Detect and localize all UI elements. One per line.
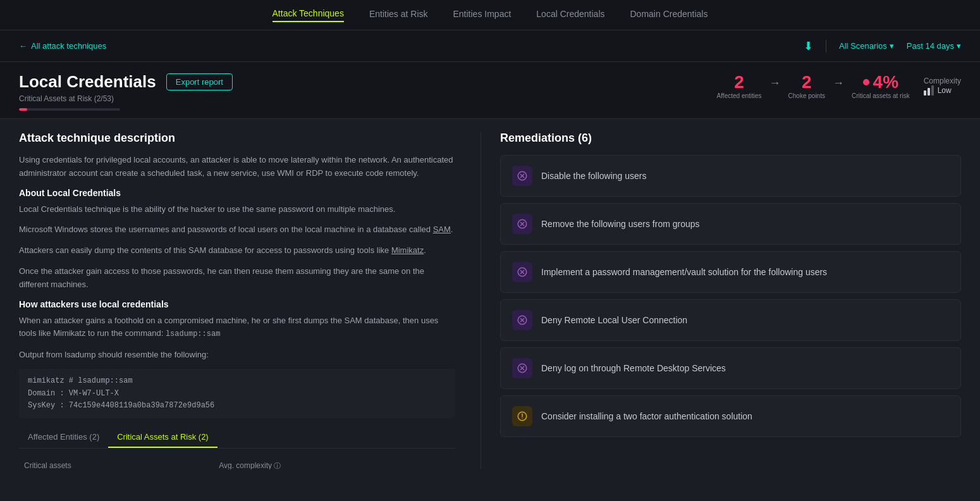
- progress-bar-fill: [19, 108, 27, 111]
- critical-pct-row: 4%: [863, 72, 898, 92]
- code-content: mimikatz # lsadump::sam Domain : VM-W7-U…: [28, 375, 446, 412]
- disable-users-icon: [517, 170, 528, 182]
- code-block: mimikatz # lsadump::sam Domain : VM-W7-U…: [19, 369, 455, 418]
- remediation-label-4: Deny Remote Local User Connection: [541, 315, 687, 325]
- intro-text: Using credentials for privileged local a…: [19, 154, 455, 180]
- about-p2: Microsoft Windows stores the usernames a…: [19, 223, 455, 237]
- scenarios-label: All Scenarios: [839, 41, 887, 51]
- about-p1: Local Credentials technique is the abili…: [19, 203, 455, 216]
- sam-link[interactable]: SAM: [433, 225, 451, 234]
- remediation-label-2: Remove the following users from groups: [541, 219, 700, 229]
- svg-point-6: [522, 418, 523, 419]
- remediation-icon-3: [512, 262, 532, 282]
- affected-entities-number: 2: [734, 72, 744, 92]
- sub-header-right: ⬇ All Scenarios ▾ Past 14 days ▾: [804, 39, 961, 53]
- nav-tab-attack-techniques[interactable]: Attack Techniques: [273, 8, 344, 22]
- stats-row: 2 Affected entities → 2 Choke points → 4…: [717, 72, 961, 99]
- remediation-icon-2: [512, 214, 532, 234]
- how-title: How attackers use local credentials: [19, 299, 455, 309]
- vertical-divider: [826, 40, 826, 53]
- arrow-icon-2: →: [833, 77, 844, 90]
- command-text: lsadump::sam: [166, 330, 220, 338]
- remediations-title: Remediations (6): [500, 132, 961, 145]
- days-dropdown[interactable]: Past 14 days ▾: [907, 41, 961, 51]
- remediation-card-2[interactable]: Remove the following users from groups: [500, 203, 961, 245]
- choke-points-label: Choke points: [788, 92, 825, 99]
- back-link[interactable]: ← All attack techniques: [19, 41, 106, 51]
- page-title-row: Local Credentials Export report: [19, 72, 233, 92]
- complexity-value: Low: [938, 86, 952, 95]
- chevron-down-icon: ▾: [890, 41, 894, 51]
- attack-description-title: Attack technique description: [19, 132, 455, 145]
- nav-tab-local-credentials[interactable]: Local Credentials: [536, 9, 604, 22]
- tabs-row: Affected Entities (2) Critical Assets at…: [19, 427, 455, 448]
- complexity-label: Complexity: [924, 77, 961, 85]
- chevron-down-icon-days: ▾: [957, 41, 961, 51]
- nav-tab-domain-credentials[interactable]: Domain Credentials: [630, 9, 708, 22]
- remove-users-icon: [517, 218, 528, 230]
- how-p1: When an attacker gains a foothold on a c…: [19, 314, 455, 341]
- complexity-bar-2: [928, 88, 930, 96]
- page-header: Local Credentials Export report Critical…: [0, 62, 980, 119]
- choke-points-stat: 2 Choke points: [788, 72, 825, 99]
- info-icon[interactable]: ⓘ: [274, 462, 281, 469]
- remediation-label-5: Deny log on through Remote Desktop Servi…: [541, 363, 726, 373]
- red-dot-icon: [863, 79, 869, 85]
- complexity-bars: [924, 85, 934, 96]
- critical-assets-label: Critical assets at risk: [852, 92, 910, 99]
- remediation-card-3[interactable]: Implement a password management/vault so…: [500, 251, 961, 293]
- days-label: Past 14 days: [907, 41, 954, 51]
- remediation-card-4[interactable]: Deny Remote Local User Connection: [500, 299, 961, 341]
- affected-entities-label: Affected entities: [717, 92, 762, 99]
- about-p3: Attackers can easily dump the contents o…: [19, 244, 455, 257]
- remediation-icon-4: [512, 310, 532, 330]
- about-title: About Local Credentials: [19, 188, 455, 198]
- tab-affected-entities[interactable]: Affected Entities (2): [19, 427, 108, 448]
- left-panel: Attack technique description Using crede…: [19, 132, 474, 469]
- complexity-bar-3: [931, 85, 934, 96]
- download-icon[interactable]: ⬇: [804, 39, 813, 53]
- remediation-label-3: Implement a password management/vault so…: [541, 267, 827, 277]
- nav-tab-entities-at-risk[interactable]: Entities at Risk: [369, 9, 428, 22]
- right-panel: Remediations (6) Disable the following u…: [487, 132, 961, 469]
- page-title: Local Credentials: [19, 72, 156, 92]
- complexity-bar-1: [924, 90, 926, 96]
- tab-critical-assets[interactable]: Critical Assets at Risk (2): [108, 427, 217, 448]
- assets-table: Critical assets Avg. complexity ⓘ Aki-Wi…: [19, 457, 455, 469]
- deny-remote-icon: [517, 314, 528, 326]
- how-p2: Output from lsadump should resemble the …: [19, 349, 455, 362]
- critical-pct-number: 4%: [873, 72, 898, 92]
- critical-assets-header: Critical assets: [24, 461, 71, 469]
- remediation-icon-1: [512, 166, 532, 186]
- top-navigation: Attack Techniques Entities at Risk Entit…: [0, 0, 980, 30]
- remediation-card-5[interactable]: Deny log on through Remote Desktop Servi…: [500, 347, 961, 389]
- two-factor-icon: [517, 411, 528, 422]
- export-report-button[interactable]: Export report: [166, 73, 233, 90]
- remediation-icon-5: [512, 358, 532, 378]
- remediation-label-1: Disable the following users: [541, 171, 647, 181]
- about-p4: Once the attacker gain access to those p…: [19, 265, 455, 292]
- back-label: All attack techniques: [31, 41, 106, 51]
- critical-assets-stat: 4% Critical assets at risk: [852, 72, 910, 99]
- sub-header: ← All attack techniques ⬇ All Scenarios …: [0, 30, 980, 62]
- progress-bar: [19, 108, 120, 111]
- remediation-card-1[interactable]: Disable the following users: [500, 155, 961, 197]
- panel-separator: [481, 132, 481, 469]
- page-subtitle: Critical Assets at Risk (2/53): [19, 94, 233, 103]
- remediation-card-6[interactable]: Consider installing a two factor authent…: [500, 395, 961, 437]
- complexity-row: Low: [924, 85, 952, 96]
- arrow-icon-1: →: [769, 77, 781, 90]
- deny-rdp-icon: [517, 362, 528, 374]
- nav-tab-entities-impact[interactable]: Entities Impact: [453, 9, 511, 22]
- back-arrow-icon: ←: [19, 41, 27, 51]
- complexity-box: Complexity Low: [924, 77, 961, 96]
- choke-points-number: 2: [802, 72, 812, 92]
- scenarios-dropdown[interactable]: All Scenarios ▾: [839, 41, 894, 51]
- col-header-assets: Critical assets: [19, 457, 214, 469]
- password-mgmt-icon: [517, 266, 528, 278]
- col-header-complexity: Avg. complexity ⓘ: [214, 457, 455, 469]
- complexity-header: Avg. complexity: [219, 461, 272, 469]
- remediation-icon-6: [512, 406, 532, 426]
- affected-entities-stat: 2 Affected entities: [717, 72, 762, 99]
- mimikatz-link[interactable]: Mimikatz: [391, 245, 424, 255]
